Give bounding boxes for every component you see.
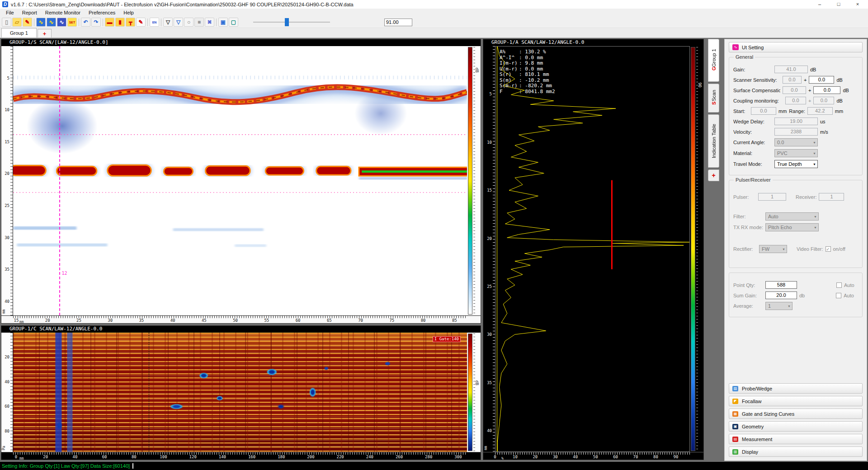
vtab-add[interactable]: + <box>708 169 719 181</box>
add-group-tab[interactable]: + <box>38 29 52 38</box>
tab-group-1[interactable]: Group 1 <box>1 28 37 38</box>
point-qty-input[interactable]: 588 <box>765 281 797 289</box>
vtab-indication-table[interactable]: Indication Table <box>708 114 719 168</box>
filter-edit-icon[interactable]: ▽ <box>174 18 183 27</box>
select-area-icon[interactable]: ▢ <box>229 18 238 27</box>
travel-mode-select[interactable]: True Depth▼ <box>774 160 818 168</box>
menu-file[interactable]: File <box>2 9 18 17</box>
palette-slider[interactable] <box>253 18 330 27</box>
merge-icon[interactable]: ✖ <box>205 18 214 27</box>
toolbar-separator <box>147 19 148 26</box>
rectifier-label: Rectifier: <box>733 246 757 252</box>
section-probe-wedge[interactable]: ▨Probe/Wedge <box>729 383 863 394</box>
tick-label: 35 <box>5 267 9 272</box>
menu-help[interactable]: Help <box>119 9 138 17</box>
section-display[interactable]: ▥Display <box>729 446 863 457</box>
gate-a-icon[interactable]: ▬ <box>105 18 114 27</box>
cscan-view-icon[interactable]: ∿ <box>47 18 56 27</box>
ascan-y-ruler: 510152025303540mm <box>483 46 495 452</box>
point-qty-auto-checkbox[interactable] <box>836 282 842 288</box>
tick-label: 40 <box>5 299 9 304</box>
coupling-monitoring-unit: dB <box>836 98 842 103</box>
toolbar-separator <box>34 19 34 26</box>
sum-gain-auto-checkbox[interactable] <box>836 293 841 298</box>
section-label: Focallaw <box>742 399 761 404</box>
undo-icon[interactable]: ↶ <box>81 18 90 27</box>
axis-unit: mm <box>2 310 6 314</box>
tick-label: 45 <box>202 318 207 323</box>
sscan-cursor[interactable]: 12 <box>59 46 60 315</box>
ut-setting-header[interactable]: ∿ Ut Setting <box>729 42 863 52</box>
chevron-down-icon: ▼ <box>782 248 785 251</box>
tick-label: 5 <box>7 76 9 80</box>
ascan-colorbar: 90 <box>690 46 703 452</box>
minimize-icon[interactable]: – <box>811 0 828 9</box>
maximize-icon[interactable]: □ <box>830 0 847 9</box>
section-geometry[interactable]: ▣Geometry <box>729 421 863 432</box>
measurement-icon: ▤ <box>732 437 738 442</box>
zoom-icon[interactable]: ○ <box>184 18 193 27</box>
pulser-label: Pulser: <box>733 194 756 200</box>
scanner-sensitivity-offset-input[interactable]: 0.0 <box>809 76 834 84</box>
section-focallaw[interactable]: ◤Focallaw <box>729 396 863 406</box>
section-label: Geometry <box>742 424 764 429</box>
vtab-scan[interactable]: S Scan <box>708 84 719 113</box>
tick-label: 25 <box>5 203 9 208</box>
tick-label: 20 <box>5 171 9 176</box>
sscan-image[interactable]: 12 <box>13 46 467 315</box>
tick-label: 80 <box>132 455 137 459</box>
surface-compensation-offset-input[interactable]: 0.0 <box>813 86 840 94</box>
current-angle-label: Current Angle: <box>733 140 772 145</box>
palette-slider-handle[interactable] <box>285 18 289 26</box>
ascan-trace-svg <box>495 47 689 451</box>
plus-sign: + <box>808 88 811 93</box>
fit-view-icon[interactable]: ▣ <box>218 18 228 27</box>
app-icon: D <box>2 1 8 7</box>
set-icon[interactable]: SET <box>67 18 77 27</box>
tick-label: 50 <box>593 455 598 459</box>
cscan-image[interactable]: I Gate:140 <box>13 333 467 452</box>
measure-icon[interactable]: ✎ <box>136 18 146 27</box>
tick-label: 50 <box>233 318 238 323</box>
close-icon[interactable]: × <box>849 0 866 9</box>
tick-label: 30 <box>108 318 113 323</box>
sum-gain-input[interactable]: 20.0 <box>765 291 797 299</box>
tick-label: 90 <box>673 455 678 459</box>
palette-max-input[interactable] <box>384 19 412 26</box>
ascan-header: GROUP-1/A SCAN/LAW-12/ANGLE-0.0 <box>483 39 703 46</box>
gate-b-icon[interactable]: ▮ <box>115 18 125 27</box>
general-groupbox: General Gain: 41.0 dB Scanner Sensitivit… <box>729 57 863 175</box>
report-icon[interactable]: ✎ <box>23 18 32 27</box>
tick-label: 60 <box>613 455 618 459</box>
ascan-view-icon[interactable]: ∿ <box>57 18 66 27</box>
ascan-plot[interactable]: A%: 130.2 %A^-I^: 0.0 mmI(m-r): 9.8 mmU(… <box>495 46 690 452</box>
velocity-input: 2388 <box>774 128 818 136</box>
tick-label: 55 <box>264 318 269 323</box>
tick-label: 75 <box>389 318 394 323</box>
section-measurement[interactable]: ▤Measurement <box>729 434 863 444</box>
sscan-view-icon[interactable]: ∿ <box>36 18 46 27</box>
section-label: Gate and Sizing Curves <box>742 411 794 417</box>
menu-preferences[interactable]: Preferences <box>85 9 119 17</box>
menu-remote-monitor[interactable]: Remote Monitor <box>41 9 85 17</box>
open-file-icon[interactable]: ▱ <box>12 18 22 27</box>
stop-icon[interactable]: ■ <box>194 18 204 27</box>
chevron-down-icon: ▼ <box>813 141 816 144</box>
vtab-group-1[interactable]: G Group 1 <box>708 39 719 82</box>
cscan-panel: GROUP-1/C SCAN/LAW-12/ANGLE-0.0 20406080… <box>1 325 481 460</box>
focallaw-icon: ◤ <box>732 399 738 404</box>
redo-icon[interactable]: ↷ <box>91 18 101 27</box>
section-gate-sizing-curves[interactable]: ▦Gate and Sizing Curves <box>729 409 863 419</box>
menu-report[interactable]: Report <box>18 9 41 17</box>
cscan-cursor[interactable] <box>149 333 149 452</box>
ascan-colorbar-gradient <box>691 47 695 451</box>
language-icon[interactable]: EN <box>150 18 159 27</box>
filter-icon[interactable]: ▽ <box>163 18 173 27</box>
surface-compensation-unit: dB <box>843 88 849 93</box>
surface-compensation-input: 0.0 <box>783 86 806 94</box>
ascan-measurements: A%: 130.2 %A^-I^: 0.0 mmI(m-r): 9.8 mmU(… <box>500 49 555 94</box>
new-file-icon[interactable]: ▯ <box>2 18 11 27</box>
chevron-down-icon: ▼ <box>814 226 817 229</box>
gate-i-icon[interactable]: ┳ <box>126 18 135 27</box>
tick-label: 40 <box>170 318 175 323</box>
